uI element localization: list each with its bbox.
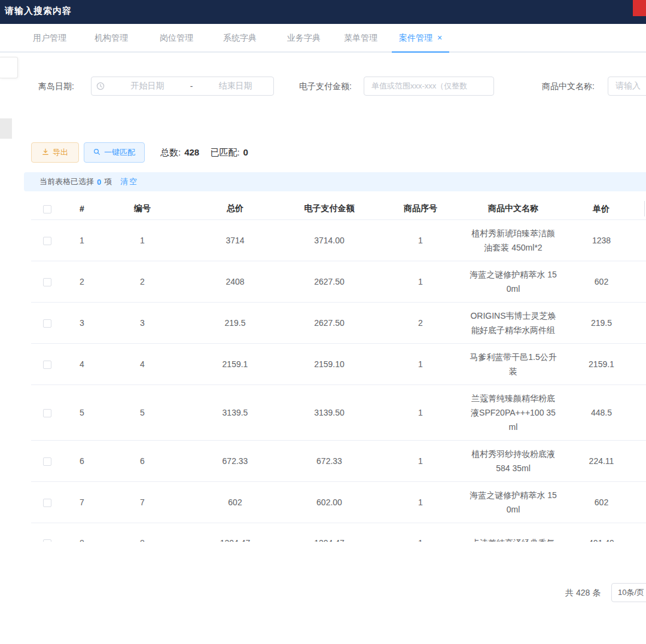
row-code: 8	[100, 538, 184, 542]
row-product-seq: 1	[373, 408, 468, 417]
table-row: 66672.33672.331植村秀羽纱持妆粉底液 584 35ml224.11	[31, 441, 646, 482]
col-total-price: 总价	[184, 203, 286, 214]
row-total-price: 3714	[184, 236, 286, 245]
departure-date-label: 离岛日期:	[38, 81, 74, 92]
select-all-checkbox[interactable]	[43, 205, 51, 213]
table-row: 77602602.001海蓝之谜修护精萃水 150ml602	[31, 482, 646, 523]
table-row: 1137143714.001植村秀新琥珀臻萃洁颜油套装 450ml*21238	[31, 220, 646, 261]
row-total-price: 3139.5	[184, 408, 286, 417]
row-checkbox[interactable]	[43, 457, 51, 466]
row-product-seq: 1	[373, 456, 468, 466]
end-date-placeholder[interactable]: 结束日期	[197, 81, 273, 91]
search-icon	[93, 148, 100, 157]
start-date-placeholder[interactable]: 开始日期	[109, 81, 185, 91]
row-product-name: 海蓝之谜修护精萃水 150ml	[468, 261, 558, 302]
row-checkbox[interactable]	[43, 361, 51, 369]
one-click-match-label: 一键匹配	[104, 147, 135, 158]
row-epay-amount: 1204.47	[286, 538, 373, 542]
product-name-input[interactable]: 请输入	[608, 77, 646, 96]
row-product-seq: 1	[373, 498, 468, 507]
selection-count: 0	[97, 178, 101, 187]
page-size-value: 10条/页	[618, 587, 644, 598]
row-checkbox[interactable]	[43, 499, 51, 507]
clock-icon	[92, 82, 109, 90]
export-button-label: 导出	[53, 147, 68, 158]
row-epay-amount: 3714.00	[286, 236, 373, 245]
tab-bar: 用户管理 机构管理 岗位管理 系统字典 业务字典 菜单管理 案件管理×	[0, 24, 646, 53]
row-product-seq: 1	[373, 236, 468, 245]
row-epay-amount: 2159.10	[286, 359, 373, 369]
tab-case-management[interactable]: 案件管理×	[392, 24, 449, 53]
table-body: 1137143714.001植村秀新琥珀臻萃洁颜油套装 450ml*212382…	[31, 220, 646, 542]
row-total-price: 1204.47	[184, 538, 286, 542]
row-unit-price: 224.11	[558, 456, 645, 466]
row-product-name: 植村秀新琥珀臻萃洁颜油套装 450ml*2	[468, 220, 558, 261]
row-product-name: 植村秀羽纱持妆粉底液 584 35ml	[468, 441, 558, 481]
export-button[interactable]: 导出	[31, 142, 79, 163]
col-product-seq: 商品序号	[373, 203, 468, 214]
table-row: 553139.53139.501兰蔻菁纯臻颜精华粉底液SPF20PA+++100…	[31, 385, 646, 441]
row-epay-amount: 672.33	[286, 456, 373, 466]
table-row: 442159.12159.101马爹利蓝带干邑1.5公升装2159.1	[31, 344, 646, 385]
col-unit-price: 单价	[558, 201, 645, 216]
row-total-price: 2159.1	[184, 359, 286, 369]
col-code: 编号	[100, 203, 184, 214]
total-value: 428	[184, 147, 199, 157]
table-row: 2224082627.501海蓝之谜修护精萃水 150ml602	[31, 261, 646, 303]
left-grey-patch	[0, 118, 12, 139]
col-product-name: 商品中文名称	[468, 203, 558, 214]
one-click-match-button[interactable]: 一键匹配	[84, 142, 145, 163]
download-icon	[42, 148, 49, 157]
row-index: 1	[63, 236, 100, 245]
row-code: 4	[100, 359, 184, 369]
col-index: #	[63, 204, 100, 213]
row-checkbox[interactable]	[43, 237, 51, 245]
row-index: 2	[63, 277, 100, 286]
epay-amount-input[interactable]: 单值或范围xxx-xxx（仅整数	[364, 77, 494, 96]
tab-user-management[interactable]: 用户管理	[33, 24, 66, 51]
row-epay-amount: 2627.50	[286, 318, 373, 328]
tab-business-dict[interactable]: 业务字典	[287, 24, 321, 51]
row-total-price: 2408	[184, 277, 286, 286]
selection-prefix: 当前表格已选择	[39, 176, 94, 187]
close-tab-icon[interactable]: ×	[437, 33, 442, 42]
tab-post-management[interactable]: 岗位管理	[160, 24, 193, 51]
row-checkbox[interactable]	[43, 409, 51, 417]
tab-menu-management[interactable]: 菜单管理	[344, 24, 377, 51]
row-product-name: 海蓝之谜修护精萃水 150ml	[468, 482, 558, 523]
tab-org-management[interactable]: 机构管理	[95, 24, 128, 51]
table-row: 33219.52627.502ORIGINS韦博士灵芝焕能好底子精华水两件组21…	[31, 303, 646, 344]
row-code: 7	[100, 498, 184, 507]
match-stats: 总数:428 已匹配:0	[160, 147, 248, 158]
row-unit-price: 448.5	[558, 408, 645, 417]
row-unit-price: 1238	[558, 236, 645, 245]
row-index: 5	[63, 408, 100, 417]
row-checkbox[interactable]	[43, 278, 51, 286]
row-code: 5	[100, 408, 184, 417]
clear-selection-link[interactable]: 清空	[120, 176, 138, 187]
selection-info-bar: 当前表格已选择 0 项 清空	[24, 172, 646, 191]
row-unit-price: 602	[558, 498, 645, 507]
red-notification-badge	[633, 0, 646, 16]
row-total-price: 602	[184, 498, 286, 507]
tab-system-dict[interactable]: 系统字典	[223, 24, 257, 51]
row-total-price: 672.33	[184, 456, 286, 466]
total-label: 总数:	[160, 147, 181, 157]
product-name-placeholder: 请输入	[615, 81, 641, 91]
page-size-select[interactable]: 10条/页	[611, 583, 646, 602]
row-product-seq: 1	[373, 277, 468, 286]
row-product-seq: 2	[373, 318, 468, 328]
table-header-row: # 编号 总价 电子支付金额 商品序号 商品中文名称 单价	[31, 197, 646, 220]
epay-amount-label: 电子支付金额:	[299, 81, 352, 92]
departure-date-range-input[interactable]: 开始日期 - 结束日期	[91, 77, 274, 96]
collapsed-panel-corner	[0, 57, 18, 78]
row-checkbox[interactable]	[43, 319, 51, 328]
row-total-price: 219.5	[184, 318, 286, 328]
row-product-seq: 1	[373, 359, 468, 369]
row-product-seq: 1	[373, 538, 468, 542]
global-search-input[interactable]: 请输入搜索内容	[5, 5, 72, 17]
row-product-name: 卡诗菁纯亮泽经典香氛	[468, 530, 558, 542]
row-index: 4	[63, 359, 100, 369]
row-checkbox[interactable]	[43, 539, 51, 542]
row-epay-amount: 2627.50	[286, 277, 373, 286]
